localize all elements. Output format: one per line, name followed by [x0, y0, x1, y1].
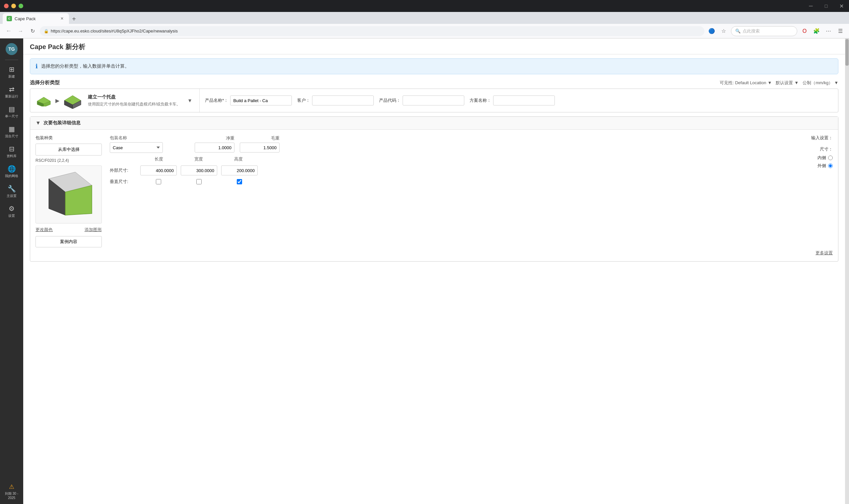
sidebar-item-expiry: ⚠ 到期 30 - 2025 — [2, 482, 21, 501]
scrollbar[interactable] — [845, 38, 849, 504]
sidebar-label-main-settings: 主设置 — [7, 194, 17, 198]
forward-button[interactable]: → — [16, 26, 25, 36]
analysis-expand-icon[interactable]: ▾ — [186, 97, 194, 104]
vertical-height-checkbox[interactable] — [237, 179, 242, 184]
minimize-button[interactable]: ─ — [803, 0, 818, 12]
small-box-icon — [35, 94, 52, 106]
details-section-header: ▼ 次要包装详细信息 — [30, 117, 838, 130]
page-title: Cape Pack 新分析 — [23, 38, 845, 54]
maximize-dot[interactable] — [19, 4, 23, 8]
collapse-arrow-icon[interactable]: ▼ — [35, 120, 41, 126]
length-input[interactable] — [140, 165, 177, 175]
scheme-name-input[interactable] — [493, 95, 555, 105]
sidebar-item-library[interactable]: ⊟ 资料库 — [2, 142, 21, 161]
analysis-type-section-header: 选择分析类型 可见性: Default Location ▼ 默认设置 ▼ 公制… — [23, 78, 845, 89]
units-control[interactable]: 公制（mm/kg） ▼ — [802, 80, 838, 86]
active-tab[interactable]: C Cape Pack ✕ — [3, 13, 69, 24]
visibility-control[interactable]: 可见性: Default Location ▼ — [720, 80, 772, 86]
sidebar-item-single-size[interactable]: ▤ 单一尺寸 — [2, 103, 21, 121]
add-graphic-link[interactable]: 添加图形 — [85, 227, 102, 233]
default-settings-label: 默认设置 — [776, 80, 793, 86]
pkg-name-select[interactable]: Case — [110, 142, 163, 153]
sidebar-item-main-settings[interactable]: 🔧 主设置 — [2, 182, 21, 201]
details-section: ▼ 次要包装详细信息 包装种类 从库中选择 RSC/F0201 (2,2,4) — [30, 116, 838, 262]
sidebar-item-settings[interactable]: ⚙ 设置 — [2, 202, 21, 220]
net-weight-input[interactable] — [195, 143, 234, 152]
pkg-select-from-library-button[interactable]: 从库中选择 — [35, 144, 102, 156]
details-section-title: 次要包装详细信息 — [43, 120, 80, 126]
sidebar-item-rerun[interactable]: ⇄ 重新运行 — [2, 83, 21, 101]
library-icon: ⊟ — [9, 145, 15, 153]
sidebar-item-mixed-size[interactable]: ▦ 混合尺寸 — [2, 122, 21, 141]
pkg-name-col-label: 包装名称 — [110, 135, 163, 141]
pkg-image-actions: 更改颜色 添加图形 — [35, 226, 102, 233]
radio-outer-input[interactable] — [828, 163, 833, 168]
sidebar-label-rerun: 重新运行 — [5, 94, 18, 99]
scrollbar-thumb[interactable] — [845, 39, 849, 66]
visibility-value: Default Location — [735, 80, 766, 85]
vertical-width-checkbox-cell — [181, 179, 217, 184]
product-code-input[interactable] — [403, 95, 464, 105]
sidebar-item-network[interactable]: 🌐 我的网络 — [2, 162, 21, 181]
radio-inner-item[interactable]: 内侧 — [817, 155, 833, 161]
analysis-desc: 使用固定尺寸的外包装创建托盘模式样/或负载卡车。 — [88, 102, 180, 107]
refresh-button[interactable]: ↻ — [28, 26, 37, 36]
sidebar-label-network: 我的网络 — [5, 174, 18, 178]
sidebar-item-new[interactable]: ⊞ 新建 — [2, 63, 21, 81]
info-icon: ℹ — [35, 63, 38, 70]
case-content-button[interactable]: 案例内容 — [35, 236, 102, 247]
width-input[interactable] — [181, 165, 217, 175]
tab-close-icon[interactable]: ✕ — [59, 16, 65, 21]
dimension-headers: 长度 宽度 高度 — [139, 156, 785, 162]
gross-weight-input[interactable] — [240, 143, 279, 152]
gross-weight-label: 毛重 — [271, 135, 279, 141]
pkg-type-col: 包装种类 从库中选择 RSC/F0201 (2,2,4) — [35, 135, 102, 247]
single-size-icon: ▤ — [8, 105, 15, 113]
back-button[interactable]: ← — [4, 26, 13, 36]
vertical-dims-row: 垂直尺寸: — [110, 179, 785, 185]
search-box[interactable]: 🔍 点此搜索 — [731, 26, 797, 36]
vertical-height-checkbox-cell — [221, 179, 258, 184]
vertical-width-checkbox[interactable] — [196, 179, 202, 184]
customer-input[interactable] — [312, 95, 374, 105]
close-dot[interactable] — [4, 4, 8, 8]
address-bar[interactable]: 🔒 https://cape.eu.esko.cloud/sites/rU8qS… — [40, 26, 704, 36]
close-button[interactable]: ✕ — [834, 0, 849, 12]
analysis-icons: ▶ — [35, 92, 83, 109]
input-settings-col: 输入设置： 尺寸： 内侧 外侧 — [793, 135, 833, 169]
default-settings-control[interactable]: 默认设置 ▼ — [776, 80, 799, 86]
dimension-label: 尺寸： — [820, 146, 833, 152]
user-avatar[interactable]: TG — [6, 43, 18, 55]
analysis-card: ▶ 建立一个托盘 使用固定尺寸的外包装创建托盘模式样/或负载卡车。 ▾ — [30, 89, 838, 112]
input-settings-label: 输入设置： — [811, 135, 833, 141]
menu-button[interactable]: ⋯ — [824, 26, 833, 36]
radio-outer-item[interactable]: 外侧 — [817, 163, 833, 169]
height-input[interactable] — [221, 165, 258, 175]
minimize-dot[interactable] — [11, 4, 16, 8]
change-color-link[interactable]: 更改颜色 — [35, 227, 53, 233]
new-tab-button[interactable]: + — [69, 14, 79, 24]
radio-inner-input[interactable] — [828, 156, 833, 160]
product-code-label: 产品代码： — [379, 97, 401, 104]
analysis-text-block: 建立一个托盘 使用固定尺寸的外包装创建托盘模式样/或负载卡车。 — [88, 94, 180, 107]
extensions-button[interactable]: 🧩 — [812, 26, 821, 36]
pkg-name-weight-row: 包装名称 Case 净重 毛重 — [110, 135, 785, 153]
vertical-length-checkbox[interactable] — [156, 179, 161, 184]
content-area: Cape Pack 新分析 ℹ 选择您的分析类型，输入数据并单击计算。 选择分析… — [23, 38, 845, 504]
sidebar-toggle-button[interactable]: ☰ — [836, 26, 845, 36]
product-name-field-group: 产品名称*： — [205, 95, 292, 105]
customer-field-group: 客户： — [297, 95, 374, 105]
restore-button[interactable]: □ — [818, 0, 834, 12]
rerun-icon: ⇄ — [9, 85, 15, 93]
visibility-label: 可见性: — [720, 80, 734, 86]
analysis-type-left: ▶ 建立一个托盘 使用固定尺寸的外包装创建托盘模式样/或负载卡车。 ▾ — [30, 89, 200, 112]
tab-favicon: C — [7, 16, 12, 21]
search-placeholder: 点此搜索 — [743, 28, 760, 34]
bookmark-button[interactable]: ☆ — [719, 26, 728, 36]
network-icon: 🌐 — [7, 165, 16, 173]
gross-weight-group: 毛重 — [240, 135, 279, 152]
more-settings-link[interactable]: 更多设置 — [815, 250, 833, 256]
product-name-input[interactable] — [230, 95, 292, 105]
sidebar: TG ⊞ 新建 ⇄ 重新运行 ▤ 单一尺寸 ▦ 混合尺寸 ⊟ 资料库 🌐 我的网… — [0, 38, 23, 504]
analysis-name: 建立一个托盘 — [88, 94, 180, 100]
